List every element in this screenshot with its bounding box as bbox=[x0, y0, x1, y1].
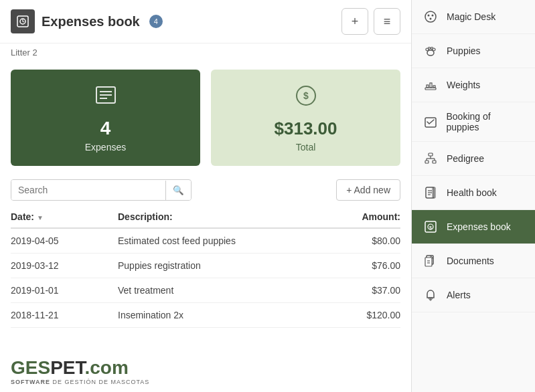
header: Expenses book 4 + ≡ bbox=[0, 0, 411, 43]
logo-rest: DE GESTIÓN DE MASCOTAS bbox=[50, 379, 149, 385]
footer-logo: GESPET.com SOFTWARE DE GESTIÓN DE MASCOT… bbox=[11, 359, 149, 385]
header-buttons: + ≡ bbox=[341, 8, 400, 35]
palette-icon bbox=[423, 9, 439, 25]
sidebar-item-health-book[interactable]: Health book bbox=[412, 176, 535, 210]
row-amount: $37.00 bbox=[333, 285, 400, 296]
expenses-count: 4 bbox=[100, 118, 111, 139]
sidebar-item-pedigree[interactable]: Pedigree bbox=[412, 142, 535, 176]
row-date: 2018-11-21 bbox=[11, 310, 118, 320]
alerts-icon bbox=[423, 287, 439, 303]
sort-icon: ▼ bbox=[37, 214, 44, 221]
menu-button[interactable]: ≡ bbox=[374, 8, 400, 35]
sidebar-item-alerts[interactable]: Alerts bbox=[412, 278, 535, 312]
total-label: Total bbox=[296, 142, 316, 153]
sidebar-item-booking-puppies[interactable]: Booking of puppies bbox=[412, 102, 535, 142]
total-card-icon: $ bbox=[294, 84, 318, 113]
sidebar-label-weights: Weights bbox=[447, 80, 480, 90]
header-left: Expenses book 4 bbox=[11, 9, 163, 33]
booking-icon bbox=[423, 114, 438, 130]
sidebar-label-puppies: Puppies bbox=[447, 45, 481, 56]
add-new-button[interactable]: + Add new bbox=[336, 179, 400, 201]
actions-row: 🔍 + Add new bbox=[0, 174, 411, 206]
table-row: 2019-03-12 Puppies registration $76.00 bbox=[11, 254, 400, 278]
table-row: 2019-04-05 Estimated cost feed puppies $… bbox=[11, 229, 400, 254]
svg-text:$: $ bbox=[303, 90, 309, 101]
weights-icon bbox=[423, 77, 439, 93]
paw-icon bbox=[423, 43, 439, 59]
logo-sub: SOFTWARE DE GESTIÓN DE MASCOTAS bbox=[11, 379, 149, 385]
expenses-stat-card: 4 Expenses bbox=[11, 70, 200, 166]
sidebar-item-puppies[interactable]: Puppies bbox=[412, 34, 535, 68]
search-input[interactable] bbox=[11, 180, 165, 200]
svg-rect-23 bbox=[425, 161, 429, 163]
expenses-card-icon bbox=[94, 83, 118, 112]
total-stat-card: $ $313.00 Total bbox=[211, 70, 400, 166]
row-description: Vet treatment bbox=[118, 285, 333, 296]
badge-count: 4 bbox=[149, 15, 163, 28]
sidebar-label-health-book: Health book bbox=[447, 187, 497, 198]
svg-rect-22 bbox=[429, 153, 433, 156]
col-header-description: Description: bbox=[118, 211, 333, 222]
svg-point-16 bbox=[431, 47, 433, 50]
col-header-amount: Amount: bbox=[333, 211, 400, 222]
svg-text:$: $ bbox=[429, 225, 432, 231]
expenses-table: Date: ▼ Description: Amount: 2019-04-05 … bbox=[0, 206, 411, 328]
pedigree-icon bbox=[423, 151, 439, 167]
svg-rect-19 bbox=[430, 83, 432, 88]
search-wrap: 🔍 bbox=[11, 179, 192, 201]
row-amount: $80.00 bbox=[333, 235, 400, 246]
row-amount: $120.00 bbox=[333, 310, 400, 320]
sidebar-item-magic-desk[interactable]: Magic Desk bbox=[412, 0, 535, 34]
table-row: 2018-11-21 Insemination 2x $120.00 bbox=[11, 303, 400, 328]
logo-pet: PET bbox=[50, 357, 84, 378]
sidebar-item-weights[interactable]: Weights bbox=[412, 68, 535, 102]
sidebar-label-booking-puppies: Booking of puppies bbox=[446, 111, 524, 132]
svg-point-11 bbox=[430, 18, 432, 20]
sidebar-item-documents[interactable]: Documents bbox=[412, 244, 535, 278]
row-description: Estimated cost feed puppies bbox=[118, 235, 333, 246]
table-header: Date: ▼ Description: Amount: bbox=[11, 206, 400, 229]
svg-point-42 bbox=[430, 299, 431, 300]
svg-point-9 bbox=[428, 15, 430, 17]
sidebar-label-documents: Documents bbox=[447, 256, 494, 266]
stats-row: 4 Expenses $ $313.00 Total bbox=[0, 62, 411, 174]
row-amount: $76.00 bbox=[333, 260, 400, 271]
row-date: 2019-01-01 bbox=[11, 285, 118, 296]
svg-rect-18 bbox=[427, 85, 429, 88]
main-content: Expenses book 4 + ≡ Litter 2 4 Expenses bbox=[0, 0, 411, 392]
svg-rect-20 bbox=[433, 86, 435, 88]
sidebar-label-magic-desk: Magic Desk bbox=[447, 11, 495, 22]
page-title: Expenses book bbox=[42, 14, 140, 29]
logo-com: .com bbox=[85, 357, 129, 378]
expenses-book-icon bbox=[11, 9, 35, 33]
expenses-label: Expenses bbox=[85, 142, 126, 153]
search-button[interactable]: 🔍 bbox=[165, 181, 191, 200]
row-date: 2019-03-12 bbox=[11, 260, 118, 271]
add-button[interactable]: + bbox=[341, 8, 368, 35]
health-book-icon bbox=[423, 185, 439, 201]
sidebar-label-pedigree: Pedigree bbox=[447, 153, 484, 164]
svg-point-15 bbox=[429, 47, 431, 50]
expenses-book-sidebar-icon: $ bbox=[423, 219, 439, 235]
svg-point-10 bbox=[432, 15, 434, 17]
logo-ges: GES bbox=[11, 357, 50, 378]
col-header-date[interactable]: Date: ▼ bbox=[11, 211, 118, 222]
svg-rect-24 bbox=[433, 161, 436, 163]
row-description: Puppies registration bbox=[118, 260, 333, 271]
documents-icon bbox=[423, 253, 439, 269]
sidebar-label-expenses-book: Expenses book bbox=[447, 221, 511, 232]
table-row: 2019-01-01 Vet treatment $37.00 bbox=[11, 278, 400, 303]
logo-text: GESPET.com bbox=[11, 359, 149, 377]
svg-point-8 bbox=[425, 11, 436, 22]
svg-rect-38 bbox=[425, 258, 432, 266]
svg-point-12 bbox=[427, 50, 434, 56]
row-description: Insemination 2x bbox=[118, 310, 333, 320]
sidebar: Magic Desk Puppies Weights bbox=[411, 0, 535, 392]
breadcrumb: Litter 2 bbox=[0, 43, 411, 62]
sidebar-label-alerts: Alerts bbox=[447, 290, 471, 300]
sidebar-item-expenses-book[interactable]: $ Expenses book bbox=[412, 210, 535, 244]
row-date: 2019-04-05 bbox=[11, 235, 118, 246]
total-value: $313.00 bbox=[275, 118, 337, 139]
logo-software: SOFTWARE bbox=[11, 379, 50, 385]
